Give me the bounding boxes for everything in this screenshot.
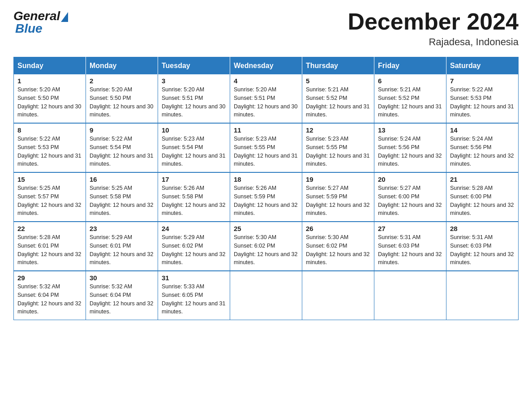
day-info: Sunrise: 5:20 AMSunset: 5:50 PMDaylight:… (17, 86, 81, 118)
logo: General Blue (13, 9, 68, 36)
day-info: Sunrise: 5:23 AMSunset: 5:55 PMDaylight:… (234, 136, 297, 167)
calendar-header-friday: Friday (374, 57, 446, 75)
day-number: 1 (17, 77, 82, 85)
calendar-week-row: 1 Sunrise: 5:20 AMSunset: 5:50 PMDayligh… (14, 74, 519, 123)
calendar-cell: 6 Sunrise: 5:21 AMSunset: 5:52 PMDayligh… (374, 74, 446, 123)
day-number: 10 (162, 126, 226, 134)
month-title: December 2024 (348, 9, 519, 34)
calendar-cell: 16 Sunrise: 5:25 AMSunset: 5:58 PMDaylig… (86, 172, 158, 222)
day-info: Sunrise: 5:21 AMSunset: 5:52 PMDaylight:… (378, 86, 442, 118)
calendar-cell: 18 Sunrise: 5:26 AMSunset: 5:59 PMDaylig… (230, 172, 302, 222)
calendar-cell: 4 Sunrise: 5:20 AMSunset: 5:51 PMDayligh… (230, 74, 302, 123)
day-number: 25 (234, 225, 298, 232)
day-number: 2 (90, 77, 154, 85)
title-section: December 2024 Rajadesa, Indonesia (348, 9, 519, 48)
calendar-week-row: 29 Sunrise: 5:32 AMSunset: 6:04 PMDaylig… (14, 271, 519, 320)
calendar-cell (374, 271, 446, 320)
calendar-cell: 3 Sunrise: 5:20 AMSunset: 5:51 PMDayligh… (158, 74, 230, 123)
day-info: Sunrise: 5:27 AMSunset: 5:59 PMDaylight:… (306, 185, 369, 216)
day-info: Sunrise: 5:32 AMSunset: 6:04 PMDaylight:… (17, 283, 81, 315)
calendar-cell: 21 Sunrise: 5:28 AMSunset: 6:00 PMDaylig… (446, 172, 519, 222)
day-number: 9 (90, 126, 154, 134)
calendar-cell: 8 Sunrise: 5:22 AMSunset: 5:53 PMDayligh… (14, 123, 86, 172)
calendar-cell (446, 271, 519, 320)
day-number: 7 (450, 77, 515, 85)
calendar-week-row: 15 Sunrise: 5:25 AMSunset: 5:57 PMDaylig… (14, 172, 519, 222)
day-info: Sunrise: 5:26 AMSunset: 5:59 PMDaylight:… (234, 185, 297, 216)
day-info: Sunrise: 5:25 AMSunset: 5:58 PMDaylight:… (90, 185, 153, 216)
page-header: General Blue December 2024 Rajadesa, Ind… (13, 9, 519, 48)
calendar-cell: 27 Sunrise: 5:31 AMSunset: 6:03 PMDaylig… (374, 222, 446, 271)
calendar-cell: 9 Sunrise: 5:22 AMSunset: 5:54 PMDayligh… (86, 123, 158, 172)
day-number: 30 (90, 274, 154, 282)
day-number: 21 (450, 176, 515, 183)
calendar-cell (230, 271, 302, 320)
calendar-table: SundayMondayTuesdayWednesdayThursdayFrid… (13, 57, 519, 320)
day-number: 20 (378, 176, 442, 183)
day-info: Sunrise: 5:29 AMSunset: 6:02 PMDaylight:… (162, 234, 225, 265)
day-info: Sunrise: 5:23 AMSunset: 5:54 PMDaylight:… (162, 136, 225, 167)
day-number: 15 (17, 176, 82, 183)
day-info: Sunrise: 5:22 AMSunset: 5:53 PMDaylight:… (17, 136, 81, 167)
day-number: 24 (162, 225, 226, 232)
day-number: 22 (17, 225, 82, 232)
calendar-cell: 12 Sunrise: 5:23 AMSunset: 5:55 PMDaylig… (302, 123, 374, 172)
calendar-cell: 23 Sunrise: 5:29 AMSunset: 6:01 PMDaylig… (86, 222, 158, 271)
calendar-header-tuesday: Tuesday (158, 57, 230, 75)
calendar-cell: 24 Sunrise: 5:29 AMSunset: 6:02 PMDaylig… (158, 222, 230, 271)
day-info: Sunrise: 5:30 AMSunset: 6:02 PMDaylight:… (306, 234, 369, 265)
day-info: Sunrise: 5:24 AMSunset: 5:56 PMDaylight:… (378, 136, 442, 167)
calendar-cell: 28 Sunrise: 5:31 AMSunset: 6:03 PMDaylig… (446, 222, 519, 271)
day-number: 4 (234, 77, 298, 85)
calendar-cell: 15 Sunrise: 5:25 AMSunset: 5:57 PMDaylig… (14, 172, 86, 222)
day-info: Sunrise: 5:24 AMSunset: 5:56 PMDaylight:… (450, 136, 514, 167)
calendar-cell: 22 Sunrise: 5:28 AMSunset: 6:01 PMDaylig… (14, 222, 86, 271)
day-info: Sunrise: 5:20 AMSunset: 5:51 PMDaylight:… (162, 86, 225, 118)
calendar-cell: 1 Sunrise: 5:20 AMSunset: 5:50 PMDayligh… (14, 74, 86, 123)
day-number: 3 (162, 77, 226, 85)
calendar-week-row: 8 Sunrise: 5:22 AMSunset: 5:53 PMDayligh… (14, 123, 519, 172)
calendar-header-wednesday: Wednesday (230, 57, 302, 75)
day-info: Sunrise: 5:29 AMSunset: 6:01 PMDaylight:… (90, 234, 153, 265)
day-number: 28 (450, 225, 515, 232)
day-number: 18 (234, 176, 298, 183)
day-info: Sunrise: 5:23 AMSunset: 5:55 PMDaylight:… (306, 136, 369, 167)
day-info: Sunrise: 5:20 AMSunset: 5:51 PMDaylight:… (234, 86, 297, 118)
day-info: Sunrise: 5:32 AMSunset: 6:04 PMDaylight:… (90, 283, 153, 315)
calendar-cell: 25 Sunrise: 5:30 AMSunset: 6:02 PMDaylig… (230, 222, 302, 271)
day-number: 12 (306, 126, 370, 134)
calendar-cell: 19 Sunrise: 5:27 AMSunset: 5:59 PMDaylig… (302, 172, 374, 222)
day-info: Sunrise: 5:28 AMSunset: 6:01 PMDaylight:… (17, 234, 81, 265)
calendar-cell: 11 Sunrise: 5:23 AMSunset: 5:55 PMDaylig… (230, 123, 302, 172)
day-number: 27 (378, 225, 442, 232)
day-number: 23 (90, 225, 154, 232)
calendar-cell (302, 271, 374, 320)
day-number: 29 (17, 274, 82, 282)
calendar-cell: 31 Sunrise: 5:33 AMSunset: 6:05 PMDaylig… (158, 271, 230, 320)
day-info: Sunrise: 5:28 AMSunset: 6:00 PMDaylight:… (450, 185, 514, 216)
day-number: 6 (378, 77, 442, 85)
location-text: Rajadesa, Indonesia (348, 36, 519, 48)
calendar-header-monday: Monday (86, 57, 158, 75)
day-info: Sunrise: 5:22 AMSunset: 5:53 PMDaylight:… (450, 86, 514, 118)
calendar-cell: 2 Sunrise: 5:20 AMSunset: 5:50 PMDayligh… (86, 74, 158, 123)
day-number: 16 (90, 176, 154, 183)
day-info: Sunrise: 5:25 AMSunset: 5:57 PMDaylight:… (17, 185, 81, 216)
calendar-cell: 30 Sunrise: 5:32 AMSunset: 6:04 PMDaylig… (86, 271, 158, 320)
calendar-cell: 14 Sunrise: 5:24 AMSunset: 5:56 PMDaylig… (446, 123, 519, 172)
day-info: Sunrise: 5:33 AMSunset: 6:05 PMDaylight:… (162, 283, 225, 315)
calendar-cell: 29 Sunrise: 5:32 AMSunset: 6:04 PMDaylig… (14, 271, 86, 320)
day-info: Sunrise: 5:20 AMSunset: 5:50 PMDaylight:… (90, 86, 153, 118)
day-number: 26 (306, 225, 370, 232)
day-info: Sunrise: 5:31 AMSunset: 6:03 PMDaylight:… (378, 234, 442, 265)
day-info: Sunrise: 5:31 AMSunset: 6:03 PMDaylight:… (450, 234, 514, 265)
calendar-header-row: SundayMondayTuesdayWednesdayThursdayFrid… (14, 57, 519, 75)
logo-blue-text: Blue (13, 21, 43, 36)
calendar-cell: 26 Sunrise: 5:30 AMSunset: 6:02 PMDaylig… (302, 222, 374, 271)
day-info: Sunrise: 5:27 AMSunset: 6:00 PMDaylight:… (378, 185, 442, 216)
calendar-cell: 7 Sunrise: 5:22 AMSunset: 5:53 PMDayligh… (446, 74, 519, 123)
day-number: 19 (306, 176, 370, 183)
day-info: Sunrise: 5:26 AMSunset: 5:58 PMDaylight:… (162, 185, 225, 216)
calendar-header-sunday: Sunday (14, 57, 86, 75)
day-number: 17 (162, 176, 226, 183)
